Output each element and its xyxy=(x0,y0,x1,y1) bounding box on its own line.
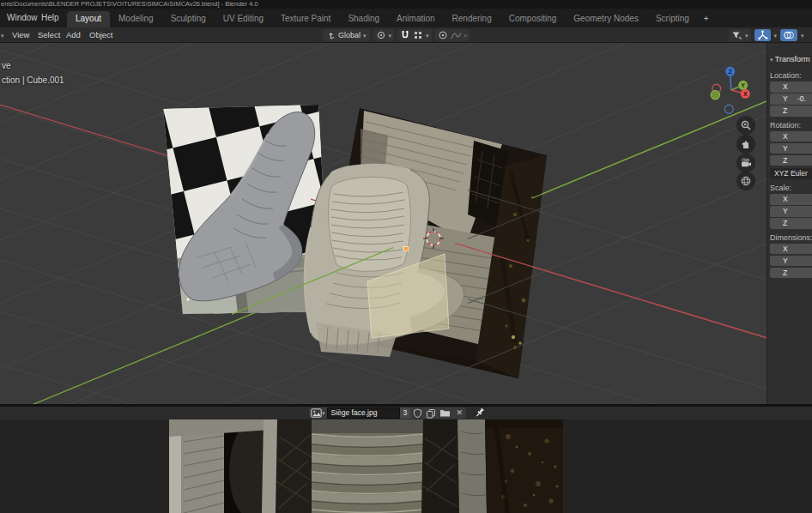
snap-to-grid-icon[interactable] xyxy=(413,30,423,40)
axis-label: Y xyxy=(783,256,788,265)
axis-label: Y xyxy=(783,207,788,215)
scale-label: Scale: xyxy=(770,184,812,192)
chevron-down-icon[interactable]: ▾ xyxy=(426,33,429,39)
magnifier-icon xyxy=(740,119,752,131)
tab-uv-editing[interactable]: UV Editing xyxy=(215,11,272,27)
rotation-label: Rotation: xyxy=(770,121,812,130)
dimensions-x-field[interactable]: X xyxy=(770,244,812,255)
viewport-canvas xyxy=(0,43,812,404)
perspective-toggle-button[interactable] xyxy=(736,172,755,190)
stray-vertex-dot xyxy=(187,299,190,301)
rotation-x-field[interactable]: X xyxy=(770,131,812,142)
editor-type-chevron-icon[interactable]: ▾ xyxy=(1,33,4,39)
grid-sphere-icon xyxy=(740,175,752,187)
tab-geometry-nodes[interactable]: Geometry Nodes xyxy=(565,11,647,27)
object-origin-point[interactable] xyxy=(404,247,409,251)
orientation-label: Global xyxy=(338,31,361,39)
field-value: -0. xyxy=(797,94,806,103)
rotation-z-field[interactable]: Z xyxy=(770,155,812,166)
gizmo-neg-y[interactable] xyxy=(711,91,719,100)
tab-animation[interactable]: Animation xyxy=(388,11,443,27)
axis-label: Y xyxy=(783,144,788,153)
axis-label: Y xyxy=(783,94,788,103)
dimensions-label: Dimensions: xyxy=(770,233,812,242)
location-x-field[interactable]: X xyxy=(770,81,812,93)
viewport-menu-add[interactable]: Add xyxy=(66,27,81,42)
topbar: Window Help Layout Modeling Sculpting UV… xyxy=(0,9,812,27)
camera-icon xyxy=(740,157,752,169)
tab-texture-paint[interactable]: Texture Paint xyxy=(272,11,339,27)
pan-button[interactable] xyxy=(736,135,755,154)
show-overlays-toggle[interactable] xyxy=(780,29,797,41)
axis-label: X xyxy=(783,195,788,203)
object-visibility-dropdown[interactable]: ▾ xyxy=(729,29,751,41)
viewport-header-right: ▾ ▾ ▾ xyxy=(729,29,804,41)
viewport-menu-select[interactable]: Select xyxy=(38,27,60,42)
browse-image-button[interactable]: ▾ xyxy=(309,407,327,419)
panel-title: Transform xyxy=(775,55,810,63)
proportional-editing-group: ▾ xyxy=(435,29,470,41)
snap-magnet-icon[interactable] xyxy=(400,30,410,40)
chevron-down-icon[interactable]: ▾ xyxy=(774,33,778,39)
image-editor-canvas[interactable] xyxy=(0,419,812,513)
image-icon xyxy=(311,408,322,418)
axis-label: X xyxy=(783,82,788,91)
tab-compositing[interactable]: Compositing xyxy=(500,11,566,27)
axis-label: Z xyxy=(783,219,787,227)
viewport-menu-view[interactable]: View xyxy=(12,27,29,42)
panel-expand-chevron-icon: ▾ xyxy=(770,57,773,63)
visibility-filter-icon xyxy=(731,30,742,40)
chevron-down-icon: ▾ xyxy=(745,33,748,39)
chevron-down-icon[interactable]: ▾ xyxy=(801,33,804,39)
gizmo-x-label[interactable]: X xyxy=(743,91,748,97)
scale-x-field[interactable]: X xyxy=(770,194,812,205)
viewport-3d[interactable]: ve ction | Cube.001 Z Y X xyxy=(0,43,812,404)
tab-shading[interactable]: Shading xyxy=(339,11,388,27)
tab-sculpting[interactable]: Sculpting xyxy=(162,11,215,27)
transform-orientation-dropdown[interactable]: Global ▾ xyxy=(323,29,370,41)
fake-user-button[interactable] xyxy=(410,407,424,419)
gizmo-neg-z[interactable] xyxy=(724,105,733,113)
location-y-field[interactable]: Y-0. xyxy=(770,94,812,105)
shield-icon xyxy=(413,408,422,419)
axis-label: X xyxy=(783,132,788,141)
image-name-field[interactable]: Siège face.jpg xyxy=(327,407,400,419)
camera-view-button[interactable] xyxy=(736,154,755,172)
unlink-image-button[interactable]: ✕ xyxy=(452,407,466,419)
transform-panel-header[interactable]: ▾ Transform xyxy=(767,55,812,63)
transform-sidebar: ▾ Transform Location: X Y-0. Z Rotation:… xyxy=(767,43,812,404)
menu-help[interactable]: Help xyxy=(36,9,64,27)
gizmo-z-label[interactable]: Z xyxy=(729,69,733,75)
scale-y-field[interactable]: Y xyxy=(770,206,812,217)
open-image-button[interactable] xyxy=(438,407,452,419)
location-z-field[interactable]: Z xyxy=(770,106,812,117)
tab-rendering[interactable]: Rendering xyxy=(444,11,500,27)
scale-z-field[interactable]: Z xyxy=(770,218,812,229)
viewport-header: ▾ View Select Add Object Global ▾ ▾ xyxy=(0,27,812,43)
chevron-down-icon[interactable]: ▾ xyxy=(464,33,468,39)
folder-icon xyxy=(439,408,451,418)
navigation-gizmo[interactable]: Z Y X xyxy=(700,56,761,116)
zoom-button[interactable] xyxy=(736,116,755,135)
new-image-button[interactable] xyxy=(424,407,438,419)
dimensions-z-field[interactable]: Z xyxy=(770,268,812,279)
tab-scripting[interactable]: Scripting xyxy=(647,11,698,27)
show-gizmo-toggle[interactable] xyxy=(754,29,771,41)
image-users-count[interactable]: 3 xyxy=(400,407,411,419)
add-workspace-button[interactable]: + xyxy=(698,11,715,27)
viewport-menu-object[interactable]: Object xyxy=(89,27,112,42)
viewport-overlay-text: ve ction | Cube.001 xyxy=(2,58,64,88)
tab-layout[interactable]: Layout xyxy=(67,11,110,27)
image-editor-header: ▾ Siège face.jpg 3 ✕ xyxy=(0,407,812,419)
dimensions-y-field[interactable]: Y xyxy=(770,256,812,267)
tab-modeling[interactable]: Modeling xyxy=(110,11,162,27)
pivot-point-icon xyxy=(376,30,386,40)
proportional-editing-icon[interactable] xyxy=(438,30,448,40)
rotation-y-field[interactable]: Y xyxy=(770,143,812,154)
gizmo-icon xyxy=(757,30,768,40)
gizmo-y-label[interactable]: Y xyxy=(741,82,745,88)
rotation-mode-dropdown[interactable]: XYZ Euler xyxy=(770,168,812,179)
proportional-falloff-icon[interactable] xyxy=(451,30,462,40)
pivot-point-dropdown[interactable]: ▾ xyxy=(373,29,395,41)
axis-label: Z xyxy=(783,106,787,115)
